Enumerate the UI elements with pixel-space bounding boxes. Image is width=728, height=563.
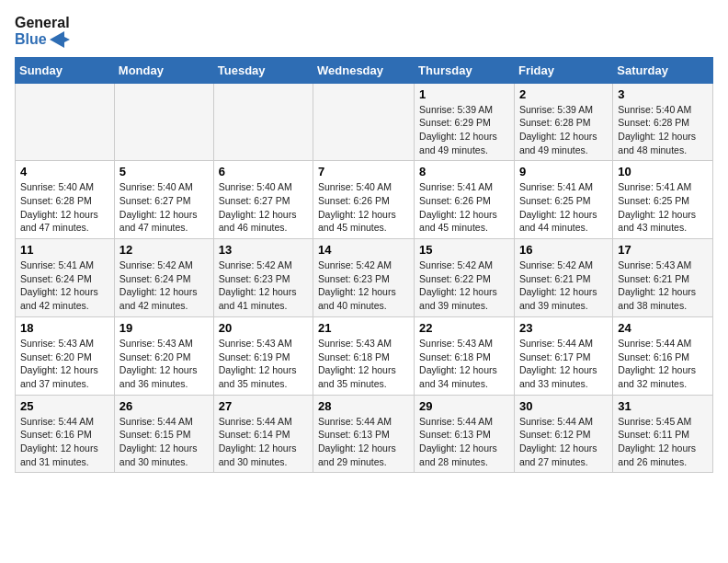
header-thursday: Thursday (415, 57, 515, 83)
day-number: 29 (419, 399, 509, 413)
day-number: 1 (419, 87, 509, 101)
header: General Blue (15, 15, 713, 48)
week-row-1: 1Sunrise: 5:39 AM Sunset: 6:29 PM Daylig… (16, 83, 713, 161)
cell-2-5: 16Sunrise: 5:42 AM Sunset: 6:21 PM Dayli… (514, 239, 612, 317)
header-saturday: Saturday (613, 57, 713, 83)
cell-2-3: 14Sunrise: 5:42 AM Sunset: 6:23 PM Dayli… (313, 239, 415, 317)
day-number: 28 (318, 399, 409, 413)
day-number: 9 (519, 165, 608, 178)
day-number: 20 (219, 321, 308, 335)
cell-3-5: 23Sunrise: 5:44 AM Sunset: 6:17 PM Dayli… (514, 316, 612, 395)
day-info: Sunrise: 5:40 AM Sunset: 6:27 PM Dayligh… (119, 180, 209, 235)
cell-2-6: 17Sunrise: 5:43 AM Sunset: 6:21 PM Dayli… (613, 239, 713, 317)
day-info: Sunrise: 5:40 AM Sunset: 6:28 PM Dayligh… (20, 180, 109, 235)
day-info: Sunrise: 5:39 AM Sunset: 6:29 PM Dayligh… (419, 103, 509, 157)
cell-3-4: 22Sunrise: 5:43 AM Sunset: 6:18 PM Dayli… (415, 316, 515, 395)
day-number: 16 (519, 243, 608, 257)
day-info: Sunrise: 5:44 AM Sunset: 6:14 PM Dayligh… (219, 415, 308, 469)
week-row-3: 11Sunrise: 5:41 AM Sunset: 6:24 PM Dayli… (16, 239, 713, 317)
day-info: Sunrise: 5:44 AM Sunset: 6:13 PM Dayligh… (419, 415, 509, 469)
cell-4-0: 25Sunrise: 5:44 AM Sunset: 6:16 PM Dayli… (16, 395, 115, 473)
week-row-5: 25Sunrise: 5:44 AM Sunset: 6:16 PM Dayli… (16, 395, 713, 473)
day-info: Sunrise: 5:42 AM Sunset: 6:23 PM Dayligh… (219, 259, 308, 313)
day-info: Sunrise: 5:43 AM Sunset: 6:20 PM Dayligh… (20, 337, 109, 391)
day-info: Sunrise: 5:44 AM Sunset: 6:13 PM Dayligh… (318, 415, 409, 469)
header-row: SundayMondayTuesdayWednesdayThursdayFrid… (16, 57, 713, 83)
svg-marker-0 (50, 31, 70, 48)
day-number: 27 (219, 399, 308, 413)
cell-0-0 (16, 83, 115, 161)
day-number: 11 (20, 243, 109, 257)
cell-2-4: 15Sunrise: 5:42 AM Sunset: 6:22 PM Dayli… (415, 239, 515, 317)
cell-4-2: 27Sunrise: 5:44 AM Sunset: 6:14 PM Dayli… (213, 395, 313, 473)
day-info: Sunrise: 5:40 AM Sunset: 6:27 PM Dayligh… (219, 180, 308, 235)
day-info: Sunrise: 5:39 AM Sunset: 6:28 PM Dayligh… (519, 103, 608, 157)
cell-0-3 (313, 83, 415, 161)
day-number: 3 (618, 87, 708, 101)
day-info: Sunrise: 5:42 AM Sunset: 6:23 PM Dayligh… (318, 259, 409, 313)
logo-general: General (15, 15, 70, 31)
cell-3-1: 19Sunrise: 5:43 AM Sunset: 6:20 PM Dayli… (114, 316, 213, 395)
cell-2-1: 12Sunrise: 5:42 AM Sunset: 6:24 PM Dayli… (114, 239, 213, 317)
day-info: Sunrise: 5:41 AM Sunset: 6:26 PM Dayligh… (419, 180, 509, 235)
day-info: Sunrise: 5:41 AM Sunset: 6:24 PM Dayligh… (20, 259, 109, 313)
day-info: Sunrise: 5:41 AM Sunset: 6:25 PM Dayligh… (519, 180, 608, 235)
cell-0-1 (114, 83, 213, 161)
day-info: Sunrise: 5:44 AM Sunset: 6:16 PM Dayligh… (20, 415, 109, 469)
day-number: 19 (119, 321, 209, 335)
cell-4-5: 30Sunrise: 5:44 AM Sunset: 6:12 PM Dayli… (514, 395, 612, 473)
day-number: 17 (618, 243, 708, 257)
day-info: Sunrise: 5:45 AM Sunset: 6:11 PM Dayligh… (618, 415, 708, 469)
day-info: Sunrise: 5:44 AM Sunset: 6:16 PM Dayligh… (618, 337, 708, 391)
day-info: Sunrise: 5:42 AM Sunset: 6:22 PM Dayligh… (419, 259, 509, 313)
day-number: 23 (519, 321, 608, 335)
day-info: Sunrise: 5:43 AM Sunset: 6:20 PM Dayligh… (119, 337, 209, 391)
day-info: Sunrise: 5:44 AM Sunset: 6:12 PM Dayligh… (519, 415, 608, 469)
cell-0-6: 3Sunrise: 5:40 AM Sunset: 6:28 PM Daylig… (613, 83, 713, 161)
day-number: 4 (20, 165, 109, 178)
cell-3-6: 24Sunrise: 5:44 AM Sunset: 6:16 PM Dayli… (613, 316, 713, 395)
cell-4-1: 26Sunrise: 5:44 AM Sunset: 6:15 PM Dayli… (114, 395, 213, 473)
cell-1-5: 9Sunrise: 5:41 AM Sunset: 6:25 PM Daylig… (514, 161, 612, 239)
day-info: Sunrise: 5:44 AM Sunset: 6:17 PM Dayligh… (519, 337, 608, 391)
day-number: 26 (119, 399, 209, 413)
week-row-2: 4Sunrise: 5:40 AM Sunset: 6:28 PM Daylig… (16, 161, 713, 239)
header-wednesday: Wednesday (313, 57, 415, 83)
calendar-body: 1Sunrise: 5:39 AM Sunset: 6:29 PM Daylig… (16, 83, 713, 473)
cell-0-5: 2Sunrise: 5:39 AM Sunset: 6:28 PM Daylig… (514, 83, 612, 161)
cell-1-6: 10Sunrise: 5:41 AM Sunset: 6:25 PM Dayli… (613, 161, 713, 239)
week-row-4: 18Sunrise: 5:43 AM Sunset: 6:20 PM Dayli… (16, 316, 713, 395)
logo-blue: Blue (15, 31, 70, 48)
logo: General Blue (15, 15, 70, 48)
header-monday: Monday (114, 57, 213, 83)
logo-bird-icon (50, 31, 70, 48)
day-number: 15 (419, 243, 509, 257)
cell-4-6: 31Sunrise: 5:45 AM Sunset: 6:11 PM Dayli… (613, 395, 713, 473)
calendar-table: SundayMondayTuesdayWednesdayThursdayFrid… (15, 57, 713, 474)
day-info: Sunrise: 5:43 AM Sunset: 6:21 PM Dayligh… (618, 259, 708, 313)
day-number: 14 (318, 243, 409, 257)
day-number: 31 (618, 399, 708, 413)
cell-0-2 (213, 83, 313, 161)
header-friday: Friday (514, 57, 612, 83)
day-info: Sunrise: 5:43 AM Sunset: 6:18 PM Dayligh… (318, 337, 409, 391)
day-number: 21 (318, 321, 409, 335)
cell-0-4: 1Sunrise: 5:39 AM Sunset: 6:29 PM Daylig… (415, 83, 515, 161)
day-number: 30 (519, 399, 608, 413)
day-number: 2 (519, 87, 608, 101)
day-info: Sunrise: 5:41 AM Sunset: 6:25 PM Dayligh… (618, 180, 708, 235)
day-number: 5 (119, 165, 209, 178)
day-info: Sunrise: 5:44 AM Sunset: 6:15 PM Dayligh… (119, 415, 209, 469)
day-number: 6 (219, 165, 308, 178)
cell-1-4: 8Sunrise: 5:41 AM Sunset: 6:26 PM Daylig… (415, 161, 515, 239)
calendar-header: SundayMondayTuesdayWednesdayThursdayFrid… (16, 57, 713, 83)
day-number: 25 (20, 399, 109, 413)
day-number: 7 (318, 165, 409, 178)
cell-1-2: 6Sunrise: 5:40 AM Sunset: 6:27 PM Daylig… (213, 161, 313, 239)
cell-4-4: 29Sunrise: 5:44 AM Sunset: 6:13 PM Dayli… (415, 395, 515, 473)
day-info: Sunrise: 5:43 AM Sunset: 6:18 PM Dayligh… (419, 337, 509, 391)
cell-1-3: 7Sunrise: 5:40 AM Sunset: 6:26 PM Daylig… (313, 161, 415, 239)
day-info: Sunrise: 5:43 AM Sunset: 6:19 PM Dayligh… (219, 337, 308, 391)
day-info: Sunrise: 5:42 AM Sunset: 6:21 PM Dayligh… (519, 259, 608, 313)
cell-3-3: 21Sunrise: 5:43 AM Sunset: 6:18 PM Dayli… (313, 316, 415, 395)
